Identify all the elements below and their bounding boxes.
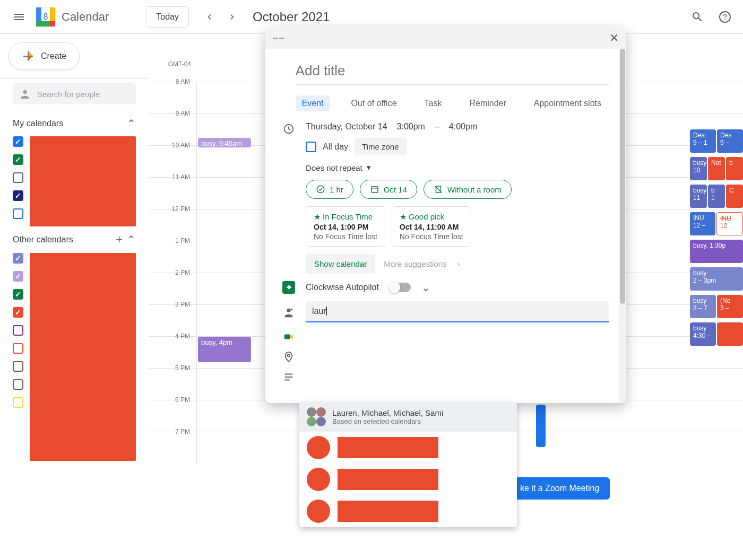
overflow-event[interactable]: (No3 – bbox=[717, 295, 743, 318]
overflow-event[interactable]: busy11 bbox=[690, 185, 707, 208]
search-button[interactable] bbox=[686, 5, 709, 29]
calendar-checkbox[interactable] bbox=[13, 136, 23, 147]
calendar-checkbox[interactable] bbox=[13, 190, 23, 201]
overflow-events: Desi9 – 1Des9 –busy10Notbbusy11b1CINU12 … bbox=[690, 129, 743, 346]
svg-rect-4 bbox=[50, 21, 55, 27]
all-day-checkbox[interactable] bbox=[306, 142, 316, 152]
tab-out-of-office[interactable]: Out of office bbox=[345, 95, 403, 111]
prev-button[interactable] bbox=[200, 7, 219, 27]
svg-rect-12 bbox=[284, 334, 290, 339]
create-event-modal: ━━ ✕ EventOut of officeTaskReminderAppoi… bbox=[265, 28, 626, 403]
hour-label: 11 AM bbox=[149, 173, 196, 205]
room-pill[interactable]: Without a room bbox=[424, 180, 512, 199]
overflow-event[interactable]: busy3 – 7 bbox=[690, 295, 716, 318]
calendar-checkbox[interactable] bbox=[13, 361, 23, 372]
svg-rect-10 bbox=[372, 187, 378, 192]
drag-handle-icon[interactable]: ━━ bbox=[273, 33, 286, 43]
overflow-event[interactable]: busy10 bbox=[690, 157, 707, 180]
video-icon bbox=[282, 331, 295, 343]
overflow-event[interactable]: Desi9 – 1 bbox=[690, 129, 716, 153]
date-pill[interactable]: Oct 14 bbox=[360, 180, 417, 199]
calendar-checkbox[interactable] bbox=[13, 397, 23, 408]
duration-pill[interactable]: 1 hr bbox=[306, 180, 353, 199]
overflow-event[interactable]: INU12 – bbox=[690, 212, 715, 235]
clockwise-label: Clockwise Autopilot bbox=[306, 283, 379, 292]
overflow-event[interactable]: Des9 – bbox=[717, 129, 743, 153]
event-title-input[interactable] bbox=[296, 59, 609, 85]
calendar-checkbox[interactable] bbox=[13, 271, 23, 282]
description-icon bbox=[282, 371, 295, 383]
app-name: Calendar bbox=[62, 10, 109, 24]
suggestion-group[interactable]: Lauren, Michael, Michael, Sami Based on … bbox=[299, 402, 517, 432]
modal-scrollbar[interactable] bbox=[619, 49, 626, 403]
overflow-event[interactable]: busy, 1:30p bbox=[690, 240, 743, 263]
other-calendars-header[interactable]: Other calendars + ⌃ bbox=[0, 229, 149, 251]
calendar-checkbox[interactable] bbox=[13, 289, 23, 300]
create-label: Create bbox=[41, 51, 66, 61]
hamburger-menu-button[interactable] bbox=[6, 4, 32, 30]
calendar-checkbox[interactable] bbox=[13, 379, 23, 390]
close-button[interactable]: ✕ bbox=[609, 31, 619, 45]
timezone-button[interactable]: Time zone bbox=[355, 138, 406, 155]
no-room-icon bbox=[434, 185, 443, 194]
calendar-checkbox[interactable] bbox=[13, 325, 23, 336]
clockwise-icon: ✦ bbox=[282, 281, 295, 294]
modal-titlebar[interactable]: ━━ ✕ bbox=[265, 28, 626, 49]
sidebar: Create Search for people My calendars ⌃ … bbox=[0, 34, 149, 560]
calendar-checkbox[interactable] bbox=[13, 343, 23, 354]
hour-label: 7 PM bbox=[149, 428, 196, 459]
help-button[interactable]: ? bbox=[713, 5, 737, 29]
chevron-right-icon: › bbox=[457, 259, 460, 268]
search-people-input[interactable]: Search for people bbox=[13, 83, 136, 104]
zoom-meeting-button[interactable]: ke it a Zoom Meeting bbox=[509, 477, 610, 500]
calendar-event[interactable]: busy, 9:45am bbox=[198, 138, 251, 147]
event-datetime[interactable]: Thursday, October 14 3:00pm – 4:00pm bbox=[306, 122, 609, 132]
time-suggestion-card[interactable]: ★In Focus TimeOct 14, 1:00 PMNo Focus Ti… bbox=[306, 206, 385, 247]
create-event-button[interactable]: Create bbox=[8, 42, 80, 70]
calendar-checkbox[interactable] bbox=[13, 307, 23, 318]
suggestion-redacted[interactable] bbox=[299, 432, 517, 463]
overflow-event[interactable]: C bbox=[726, 185, 743, 208]
svg-point-9 bbox=[317, 186, 324, 193]
caret-down-icon: ▾ bbox=[367, 163, 371, 172]
chevron-left-icon bbox=[204, 12, 214, 22]
calendar-checkbox[interactable] bbox=[13, 208, 23, 219]
help-icon: ? bbox=[719, 11, 731, 23]
calendar-checkbox[interactable] bbox=[13, 172, 23, 183]
overflow-event[interactable] bbox=[717, 322, 743, 346]
calendar-event[interactable]: busy, 4pm bbox=[198, 337, 251, 362]
my-calendars-header[interactable]: My calendars ⌃ bbox=[0, 113, 149, 134]
today-button[interactable]: Today bbox=[146, 6, 189, 28]
overflow-event[interactable]: b1 bbox=[708, 185, 725, 208]
hour-label: 2 PM bbox=[149, 269, 196, 300]
overflow-event[interactable]: Not bbox=[708, 157, 725, 180]
search-icon bbox=[691, 11, 704, 23]
calendar-checkbox[interactable] bbox=[13, 253, 23, 264]
time-suggestion-card[interactable]: ★Good pickOct 14, 11:00 AMNo Focus Time … bbox=[392, 206, 471, 247]
group-avatars bbox=[307, 407, 326, 426]
check-circle-icon bbox=[316, 185, 325, 194]
chevron-down-icon[interactable]: ⌄ bbox=[421, 281, 430, 294]
repeat-dropdown[interactable]: Does not repeat ▾ bbox=[306, 163, 609, 172]
suggestion-redacted[interactable] bbox=[299, 463, 517, 495]
date-nav bbox=[200, 7, 242, 27]
tab-appointment-slots[interactable]: Appointment slots bbox=[528, 95, 608, 111]
partial-button[interactable] bbox=[536, 405, 546, 447]
overflow-event[interactable]: INU12 bbox=[716, 212, 743, 235]
svg-point-13 bbox=[288, 354, 290, 357]
tab-event[interactable]: Event bbox=[296, 95, 330, 111]
overflow-event[interactable]: b bbox=[726, 157, 743, 180]
clockwise-toggle[interactable] bbox=[390, 283, 411, 292]
overflow-event[interactable]: busy2 – 3pm bbox=[690, 267, 743, 291]
next-button[interactable] bbox=[223, 7, 242, 27]
tab-task[interactable]: Task bbox=[418, 95, 448, 111]
add-calendar-button[interactable]: + bbox=[116, 233, 123, 247]
calendar-checkbox[interactable] bbox=[13, 154, 23, 165]
overflow-event[interactable]: busy4:30 – bbox=[690, 322, 716, 346]
show-calendar-button[interactable]: Show calendar bbox=[306, 254, 375, 274]
suggestion-redacted[interactable] bbox=[299, 495, 517, 527]
search-placeholder: Search for people bbox=[37, 90, 100, 99]
more-suggestions-link[interactable]: More suggestions › bbox=[384, 259, 460, 268]
add-guests-input[interactable]: laur bbox=[306, 301, 609, 322]
tab-reminder[interactable]: Reminder bbox=[463, 95, 512, 111]
